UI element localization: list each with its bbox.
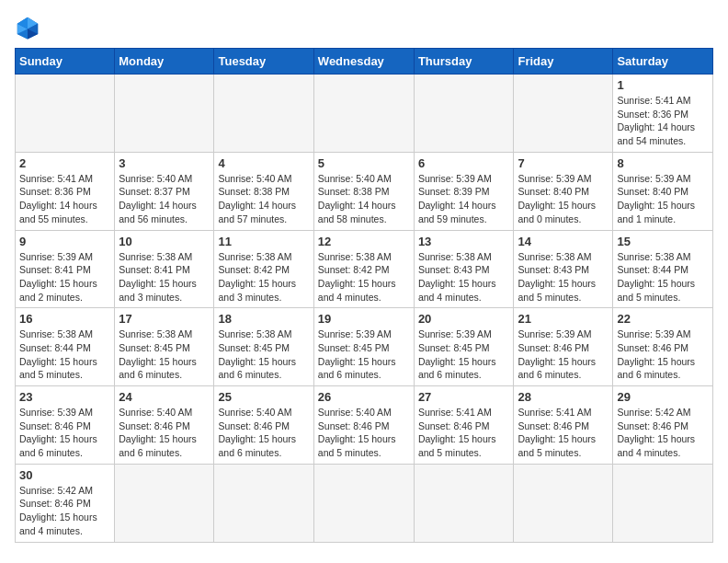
day-info: Sunrise: 5:38 AM Sunset: 8:43 PM Dayligh… — [518, 250, 609, 304]
day-info: Sunrise: 5:40 AM Sunset: 8:38 PM Dayligh… — [218, 172, 309, 226]
calendar-cell: 21Sunrise: 5:39 AM Sunset: 8:46 PM Dayli… — [514, 308, 613, 386]
day-number: 9 — [19, 235, 110, 248]
weekday-header-friday: Friday — [514, 49, 613, 75]
day-number: 30 — [19, 468, 110, 482]
day-number: 15 — [617, 235, 709, 248]
day-number: 3 — [119, 156, 210, 170]
day-number: 20 — [418, 312, 510, 326]
calendar-cell — [214, 75, 313, 153]
calendar-cell — [514, 75, 613, 153]
weekday-header-thursday: Thursday — [414, 49, 514, 75]
calendar-cell — [115, 464, 214, 542]
calendar-cell: 17Sunrise: 5:38 AM Sunset: 8:45 PM Dayli… — [115, 308, 214, 386]
day-number: 29 — [617, 390, 709, 404]
day-info: Sunrise: 5:39 AM Sunset: 8:46 PM Dayligh… — [617, 327, 709, 382]
calendar-cell — [313, 464, 414, 542]
calendar-cell — [214, 464, 313, 542]
day-info: Sunrise: 5:39 AM Sunset: 8:46 PM Dayligh… — [518, 327, 609, 382]
calendar-cell: 10Sunrise: 5:38 AM Sunset: 8:41 PM Dayli… — [115, 230, 214, 308]
day-info: Sunrise: 5:40 AM Sunset: 8:46 PM Dayligh… — [318, 406, 410, 460]
calendar-cell: 11Sunrise: 5:38 AM Sunset: 8:42 PM Dayli… — [214, 230, 313, 308]
calendar-week-2: 2Sunrise: 5:41 AM Sunset: 8:36 PM Daylig… — [16, 152, 713, 230]
weekday-header-saturday: Saturday — [613, 49, 713, 75]
calendar-cell: 8Sunrise: 5:39 AM Sunset: 8:40 PM Daylig… — [613, 152, 713, 230]
calendar-cell — [514, 464, 613, 542]
day-info: Sunrise: 5:39 AM Sunset: 8:40 PM Dayligh… — [617, 172, 709, 226]
calendar-cell: 4Sunrise: 5:40 AM Sunset: 8:38 PM Daylig… — [214, 152, 313, 230]
calendar-cell: 7Sunrise: 5:39 AM Sunset: 8:40 PM Daylig… — [514, 152, 613, 230]
calendar-cell: 12Sunrise: 5:38 AM Sunset: 8:42 PM Dayli… — [313, 230, 414, 308]
day-number: 13 — [418, 235, 510, 248]
day-info: Sunrise: 5:38 AM Sunset: 8:44 PM Dayligh… — [19, 327, 110, 382]
day-number: 10 — [119, 235, 210, 248]
calendar-cell — [414, 464, 514, 542]
calendar-week-3: 9Sunrise: 5:39 AM Sunset: 8:41 PM Daylig… — [16, 230, 713, 308]
day-number: 7 — [518, 156, 609, 170]
day-info: Sunrise: 5:40 AM Sunset: 8:37 PM Dayligh… — [119, 172, 210, 226]
weekday-header-tuesday: Tuesday — [214, 49, 313, 75]
day-number: 19 — [318, 312, 410, 326]
calendar-body: 1Sunrise: 5:41 AM Sunset: 8:36 PM Daylig… — [16, 75, 713, 543]
calendar-cell: 25Sunrise: 5:40 AM Sunset: 8:46 PM Dayli… — [214, 386, 313, 465]
day-info: Sunrise: 5:39 AM Sunset: 8:40 PM Dayligh… — [518, 172, 609, 226]
day-info: Sunrise: 5:38 AM Sunset: 8:41 PM Dayligh… — [119, 250, 210, 304]
day-number: 24 — [119, 390, 210, 404]
day-number: 8 — [617, 156, 709, 170]
calendar-cell: 14Sunrise: 5:38 AM Sunset: 8:43 PM Dayli… — [514, 230, 613, 308]
calendar-cell: 1Sunrise: 5:41 AM Sunset: 8:36 PM Daylig… — [613, 75, 713, 153]
calendar-header: SundayMondayTuesdayWednesdayThursdayFrid… — [16, 49, 713, 75]
day-number: 12 — [318, 235, 410, 248]
day-info: Sunrise: 5:42 AM Sunset: 8:46 PM Dayligh… — [617, 406, 709, 460]
day-info: Sunrise: 5:41 AM Sunset: 8:36 PM Dayligh… — [617, 94, 709, 148]
day-info: Sunrise: 5:39 AM Sunset: 8:45 PM Dayligh… — [318, 327, 410, 382]
day-number: 5 — [318, 156, 410, 170]
day-number: 11 — [218, 235, 309, 248]
calendar-cell: 3Sunrise: 5:40 AM Sunset: 8:37 PM Daylig… — [115, 152, 214, 230]
calendar-cell — [613, 464, 713, 542]
day-number: 14 — [518, 235, 609, 248]
calendar-cell — [16, 75, 115, 153]
day-number: 2 — [19, 156, 110, 170]
calendar-cell: 29Sunrise: 5:42 AM Sunset: 8:46 PM Dayli… — [613, 386, 713, 465]
day-info: Sunrise: 5:38 AM Sunset: 8:42 PM Dayligh… — [318, 250, 410, 304]
day-number: 6 — [418, 156, 510, 170]
calendar-cell — [414, 75, 514, 153]
generalblue-logo-icon — [15, 15, 40, 40]
day-number: 23 — [19, 390, 110, 404]
calendar-cell: 16Sunrise: 5:38 AM Sunset: 8:44 PM Dayli… — [16, 308, 115, 386]
calendar-cell: 20Sunrise: 5:39 AM Sunset: 8:45 PM Dayli… — [414, 308, 514, 386]
weekday-header-row: SundayMondayTuesdayWednesdayThursdayFrid… — [16, 49, 713, 75]
calendar-week-1: 1Sunrise: 5:41 AM Sunset: 8:36 PM Daylig… — [16, 75, 713, 153]
calendar-cell: 15Sunrise: 5:38 AM Sunset: 8:44 PM Dayli… — [613, 230, 713, 308]
calendar-cell: 13Sunrise: 5:38 AM Sunset: 8:43 PM Dayli… — [414, 230, 514, 308]
day-info: Sunrise: 5:39 AM Sunset: 8:41 PM Dayligh… — [19, 250, 110, 304]
day-info: Sunrise: 5:38 AM Sunset: 8:42 PM Dayligh… — [218, 250, 309, 304]
calendar-cell: 23Sunrise: 5:39 AM Sunset: 8:46 PM Dayli… — [16, 386, 115, 465]
calendar-cell: 6Sunrise: 5:39 AM Sunset: 8:39 PM Daylig… — [414, 152, 514, 230]
calendar-week-4: 16Sunrise: 5:38 AM Sunset: 8:44 PM Dayli… — [16, 308, 713, 386]
calendar-cell — [115, 75, 214, 153]
day-number: 17 — [119, 312, 210, 326]
calendar-week-6: 30Sunrise: 5:42 AM Sunset: 8:46 PM Dayli… — [16, 464, 713, 542]
calendar-cell — [313, 75, 414, 153]
weekday-header-monday: Monday — [115, 49, 214, 75]
calendar-table: SundayMondayTuesdayWednesdayThursdayFrid… — [15, 48, 713, 543]
day-info: Sunrise: 5:38 AM Sunset: 8:45 PM Dayligh… — [119, 327, 210, 382]
calendar-cell: 30Sunrise: 5:42 AM Sunset: 8:46 PM Dayli… — [16, 464, 115, 542]
day-info: Sunrise: 5:40 AM Sunset: 8:38 PM Dayligh… — [318, 172, 410, 226]
day-number: 18 — [218, 312, 309, 326]
calendar-cell: 24Sunrise: 5:40 AM Sunset: 8:46 PM Dayli… — [115, 386, 214, 465]
weekday-header-wednesday: Wednesday — [313, 49, 414, 75]
calendar-cell: 18Sunrise: 5:38 AM Sunset: 8:45 PM Dayli… — [214, 308, 313, 386]
day-number: 27 — [418, 390, 510, 404]
day-number: 4 — [218, 156, 309, 170]
calendar-cell: 5Sunrise: 5:40 AM Sunset: 8:38 PM Daylig… — [313, 152, 414, 230]
weekday-header-sunday: Sunday — [16, 49, 115, 75]
calendar-cell: 27Sunrise: 5:41 AM Sunset: 8:46 PM Dayli… — [414, 386, 514, 465]
day-info: Sunrise: 5:41 AM Sunset: 8:36 PM Dayligh… — [19, 172, 110, 226]
day-info: Sunrise: 5:42 AM Sunset: 8:46 PM Dayligh… — [19, 484, 110, 538]
day-info: Sunrise: 5:38 AM Sunset: 8:44 PM Dayligh… — [617, 250, 709, 304]
day-info: Sunrise: 5:38 AM Sunset: 8:43 PM Dayligh… — [418, 250, 510, 304]
day-number: 26 — [318, 390, 410, 404]
calendar-cell: 22Sunrise: 5:39 AM Sunset: 8:46 PM Dayli… — [613, 308, 713, 386]
